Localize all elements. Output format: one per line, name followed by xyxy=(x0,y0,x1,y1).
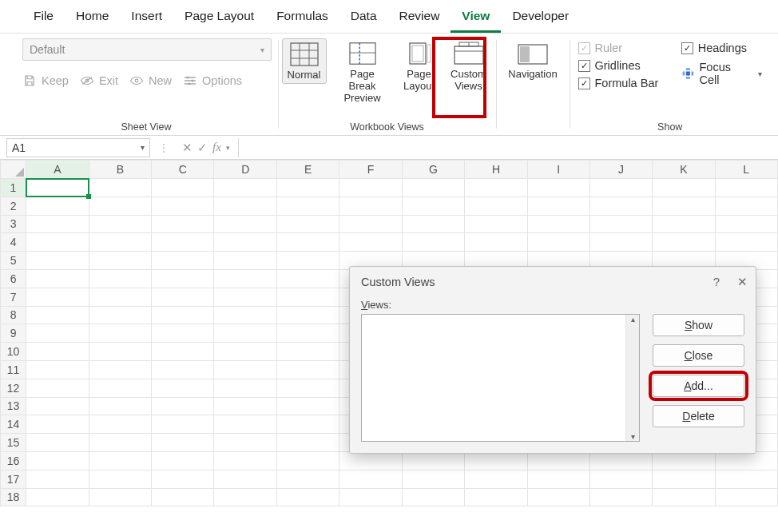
cell[interactable] xyxy=(402,451,465,470)
cell[interactable] xyxy=(152,252,214,270)
cell[interactable] xyxy=(214,343,276,361)
scrollbar[interactable] xyxy=(625,315,639,441)
cell[interactable] xyxy=(26,343,89,361)
cell[interactable] xyxy=(715,488,777,506)
cell[interactable] xyxy=(152,288,214,306)
cell[interactable] xyxy=(214,306,276,324)
row-header[interactable]: 5 xyxy=(1,252,26,270)
cell[interactable] xyxy=(152,306,214,324)
cell[interactable] xyxy=(465,197,527,215)
cell[interactable] xyxy=(214,360,276,379)
row-header[interactable]: 17 xyxy=(1,470,26,488)
cell[interactable] xyxy=(89,470,151,488)
cell[interactable] xyxy=(276,197,339,215)
column-header[interactable]: B xyxy=(89,161,151,179)
cell[interactable] xyxy=(402,197,465,215)
cancel-formula-icon[interactable]: ✕ xyxy=(182,141,193,155)
cell[interactable] xyxy=(465,233,527,252)
cell[interactable] xyxy=(589,233,652,252)
row-header[interactable]: 4 xyxy=(1,233,26,252)
cell[interactable] xyxy=(152,488,214,506)
cell[interactable] xyxy=(152,379,214,397)
cell[interactable] xyxy=(89,288,151,306)
cell[interactable] xyxy=(214,197,276,215)
cell[interactable] xyxy=(276,415,339,434)
row-header[interactable]: 7 xyxy=(1,288,26,306)
cell[interactable] xyxy=(339,197,402,215)
cell[interactable] xyxy=(214,470,276,488)
tab-view[interactable]: View xyxy=(451,7,501,33)
cell[interactable] xyxy=(527,233,589,252)
cell[interactable] xyxy=(214,397,276,415)
cell[interactable] xyxy=(715,197,777,215)
cell[interactable] xyxy=(89,306,151,324)
toggle-headings[interactable]: ✓Headings xyxy=(681,42,762,54)
cell[interactable] xyxy=(214,215,276,233)
column-header[interactable]: K xyxy=(653,161,715,179)
cell[interactable] xyxy=(276,233,339,252)
tab-developer[interactable]: Developer xyxy=(501,7,580,33)
cell[interactable] xyxy=(214,269,276,288)
row-header[interactable]: 12 xyxy=(1,379,26,397)
cell[interactable] xyxy=(715,179,777,197)
cell[interactable] xyxy=(527,451,589,470)
cell[interactable] xyxy=(152,451,214,470)
cell[interactable] xyxy=(276,252,339,270)
cell[interactable] xyxy=(26,470,89,488)
cell[interactable] xyxy=(152,397,214,415)
cell[interactable] xyxy=(276,343,339,361)
cell[interactable] xyxy=(89,324,151,343)
close-icon[interactable]: ✕ xyxy=(737,275,748,289)
enter-formula-icon[interactable]: ✓ xyxy=(197,141,208,155)
tab-pagelayout[interactable]: Page Layout xyxy=(173,7,265,33)
cell[interactable] xyxy=(339,470,402,488)
cell[interactable] xyxy=(89,488,151,506)
cell[interactable] xyxy=(214,415,276,434)
cell[interactable] xyxy=(276,434,339,452)
cell[interactable] xyxy=(276,288,339,306)
cell[interactable] xyxy=(653,215,715,233)
row-header[interactable]: 16 xyxy=(1,451,26,470)
cell[interactable] xyxy=(89,233,151,252)
cell[interactable] xyxy=(152,233,214,252)
column-header[interactable]: L xyxy=(715,161,777,179)
cell[interactable] xyxy=(152,470,214,488)
cell[interactable] xyxy=(214,233,276,252)
row-header[interactable]: 6 xyxy=(1,269,26,288)
cell[interactable] xyxy=(89,343,151,361)
cell[interactable] xyxy=(715,470,777,488)
row-header[interactable]: 15 xyxy=(1,434,26,452)
cell[interactable] xyxy=(465,451,527,470)
column-header[interactable]: J xyxy=(589,161,652,179)
column-header[interactable]: H xyxy=(465,161,527,179)
cell[interactable] xyxy=(152,179,214,197)
column-header[interactable]: A xyxy=(26,161,89,179)
cell[interactable] xyxy=(89,269,151,288)
cell[interactable] xyxy=(26,324,89,343)
toggle-formula-bar[interactable]: ✓Formula Bar xyxy=(578,77,662,89)
row-header[interactable]: 9 xyxy=(1,324,26,343)
cell[interactable] xyxy=(589,451,652,470)
cell[interactable] xyxy=(589,179,652,197)
cell[interactable] xyxy=(276,269,339,288)
cell[interactable] xyxy=(276,470,339,488)
cell[interactable] xyxy=(26,379,89,397)
sheetview-selector[interactable]: Default ▾ xyxy=(22,38,272,61)
column-header[interactable]: G xyxy=(402,161,465,179)
cell[interactable] xyxy=(339,233,402,252)
cell[interactable] xyxy=(89,434,151,452)
cell[interactable] xyxy=(26,488,89,506)
cell[interactable] xyxy=(26,197,89,215)
name-box[interactable]: A1 ▾ xyxy=(6,138,150,157)
column-header[interactable]: I xyxy=(527,161,589,179)
cell[interactable] xyxy=(465,470,527,488)
cell[interactable] xyxy=(653,233,715,252)
column-header[interactable]: E xyxy=(276,161,339,179)
cell[interactable] xyxy=(715,451,777,470)
row-header[interactable]: 1 xyxy=(1,179,26,197)
cell[interactable] xyxy=(402,470,465,488)
row-header[interactable]: 8 xyxy=(1,306,26,324)
cell[interactable] xyxy=(276,215,339,233)
cell[interactable] xyxy=(26,397,89,415)
tab-data[interactable]: Data xyxy=(339,7,388,33)
